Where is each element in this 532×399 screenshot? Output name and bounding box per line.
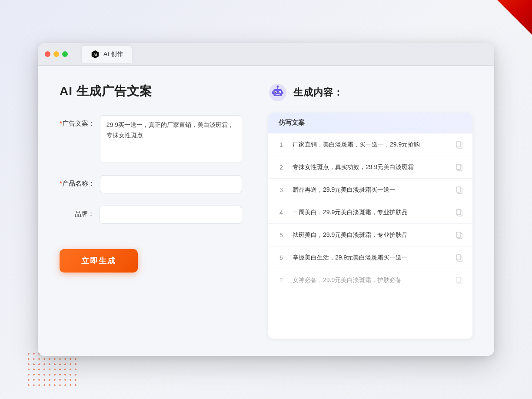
ad-copy-input[interactable]: 29.9买一送一，真正的厂家直销，美白淡斑霜，专抹女性斑点 xyxy=(100,115,242,163)
browser-content: AI 生成广告文案 *广告文案： 29.9买一送一，真正的厂家直销，美白淡斑霜，… xyxy=(38,66,494,356)
bot-icon xyxy=(268,83,287,102)
result-item: 6 掌握美白生活，29.9元美白淡斑霜买一送一 xyxy=(268,246,472,269)
brand-input[interactable]: 好白 xyxy=(100,206,242,224)
brand-group: 品牌： 好白 xyxy=(60,206,242,224)
ai-tab-icon: AI xyxy=(90,50,100,59)
svg-point-9 xyxy=(277,86,279,88)
results-title: 生成内容： xyxy=(293,86,343,99)
result-item: 2 专抹女性斑点，真实功效，29.9元美白淡斑霜 xyxy=(268,156,472,179)
result-number: 1 xyxy=(277,141,286,148)
result-text: 掌握美白生活，29.9元美白淡斑霜买一送一 xyxy=(293,253,448,262)
minimize-button[interactable] xyxy=(53,51,59,57)
result-item: 1 厂家直销，美白淡斑霜，买一送一，29.9元抢购 xyxy=(268,133,472,156)
product-name-input[interactable]: 美白淡斑霜 xyxy=(100,175,242,193)
svg-rect-20 xyxy=(456,209,461,215)
svg-rect-14 xyxy=(456,142,461,147)
svg-point-6 xyxy=(275,92,276,93)
result-text: 赠品再送，29.9元美白淡斑霜买一送一 xyxy=(293,185,448,194)
results-list: 1 厂家直销，美白淡斑霜，买一送一，29.9元抢购 2 专抹女性斑点，真实功效，… xyxy=(268,133,472,291)
copy-icon[interactable] xyxy=(455,276,464,285)
generate-button[interactable]: 立即生成 xyxy=(60,249,138,273)
copy-icon[interactable] xyxy=(455,231,464,239)
copy-icon[interactable] xyxy=(455,186,464,194)
svg-rect-11 xyxy=(272,91,273,94)
copy-icon[interactable] xyxy=(455,253,464,262)
maximize-button[interactable] xyxy=(62,51,68,57)
svg-rect-24 xyxy=(456,255,461,260)
right-header: 生成内容： xyxy=(268,83,472,102)
close-button[interactable] xyxy=(45,51,50,57)
traffic-lights xyxy=(45,51,68,57)
copy-icon[interactable] xyxy=(455,163,464,172)
result-text: 一周美白，29.9元美白淡斑霜，专业护肤品 xyxy=(293,208,448,217)
svg-rect-22 xyxy=(456,232,461,237)
result-number: 2 xyxy=(277,164,286,171)
svg-rect-12 xyxy=(282,91,283,94)
result-number: 5 xyxy=(277,232,286,239)
result-number: 3 xyxy=(277,186,286,193)
result-item: 5 祛斑美白，29.9元美白淡斑霜，专业护肤品 xyxy=(268,224,472,246)
result-item: 4 一周美白，29.9元美白淡斑霜，专业护肤品 xyxy=(268,201,472,224)
result-text: 厂家直销，美白淡斑霜，买一送一，29.9元抢购 xyxy=(293,140,448,149)
left-panel: AI 生成广告文案 *广告文案： 29.9买一送一，真正的厂家直销，美白淡斑霜，… xyxy=(60,83,242,339)
copy-icon[interactable] xyxy=(455,208,464,217)
result-item: 3 赠品再送，29.9元美白淡斑霜买一送一 xyxy=(268,179,472,201)
browser-tab[interactable]: AI AI 创作 xyxy=(82,46,132,63)
product-name-group: *产品名称： 美白淡斑霜 xyxy=(60,175,242,193)
svg-rect-18 xyxy=(456,187,461,192)
results-col-header: 仿写文案 xyxy=(268,113,472,133)
result-text: 专抹女性斑点，真实功效，29.9元美白淡斑霜 xyxy=(293,163,448,172)
result-number: 6 xyxy=(277,254,286,261)
result-text: 女神必备，29.9元美白淡斑霜，护肤必备 xyxy=(293,276,448,285)
ad-copy-label: *广告文案： xyxy=(60,115,95,128)
browser-chrome: AI AI 创作 xyxy=(38,43,494,66)
result-number: 7 xyxy=(277,277,286,284)
svg-text:AI: AI xyxy=(93,53,97,57)
page-title: AI 生成广告文案 xyxy=(60,83,242,100)
results-table: 仿写文案 1 厂家直销，美白淡斑霜，买一送一，29.9元抢购 2 专抹女性斑点，… xyxy=(268,113,472,339)
result-number: 4 xyxy=(277,209,286,216)
tab-label: AI 创作 xyxy=(103,50,123,58)
product-name-label: *产品名称： xyxy=(60,175,95,188)
svg-point-7 xyxy=(279,92,280,93)
result-text: 祛斑美白，29.9元美白淡斑霜，专业护肤品 xyxy=(293,230,448,239)
svg-rect-10 xyxy=(276,94,280,95)
brand-label: 品牌： xyxy=(60,206,94,218)
browser-window: AI AI 创作 AI 生成广告文案 *广告文案： 29.9买一送一，真正的厂家… xyxy=(38,43,494,356)
result-item: 7 女神必备，29.9元美白淡斑霜，护肤必备 xyxy=(268,269,472,291)
ad-copy-group: *广告文案： 29.9买一送一，真正的厂家直销，美白淡斑霜，专抹女性斑点 xyxy=(60,115,242,163)
right-panel: 生成内容： 仿写文案 1 厂家直销，美白淡斑霜，买一送一，29.9元抢购 2 专… xyxy=(268,83,472,339)
copy-icon[interactable] xyxy=(455,140,464,149)
svg-rect-16 xyxy=(456,164,461,170)
svg-rect-26 xyxy=(456,277,461,283)
